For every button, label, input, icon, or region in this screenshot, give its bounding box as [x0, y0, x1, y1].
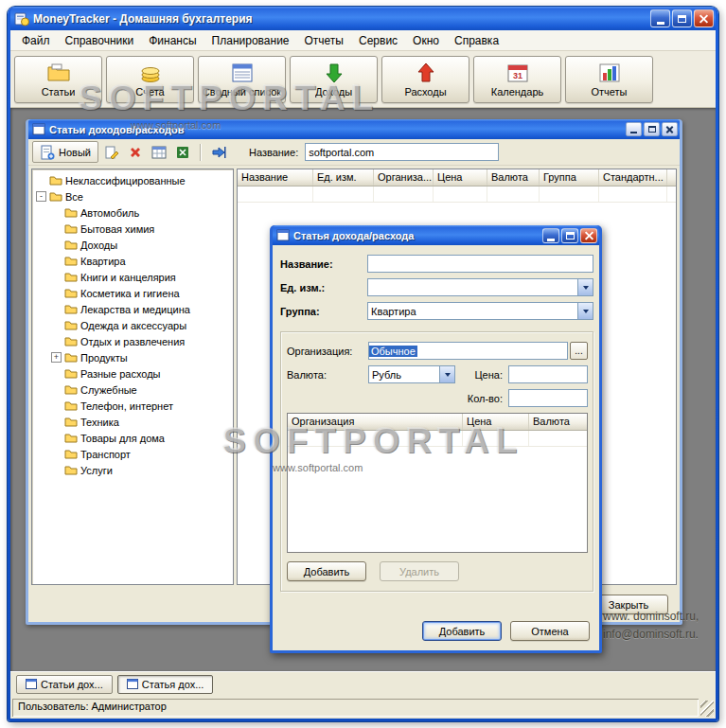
tree-item[interactable]: Автомобиль: [32, 204, 233, 221]
tree-item[interactable]: Разные расходы: [32, 365, 233, 382]
tree-item[interactable]: Техника: [32, 414, 233, 430]
dialog-titlebar[interactable]: Статья дохода/расхода: [273, 225, 599, 245]
dialog-minimize-button[interactable]: [542, 228, 559, 243]
toolbar-summary-list-button[interactable]: Сводный список: [198, 56, 286, 103]
add-organization-button[interactable]: Добавить: [287, 561, 366, 581]
column-header[interactable]: Стандартн...: [599, 169, 667, 186]
dialog-group-label: Группа:: [280, 306, 367, 317]
column-header[interactable]: Валюта: [487, 169, 540, 186]
delete-button[interactable]: [125, 142, 146, 163]
name-filter-input[interactable]: [305, 143, 499, 161]
quantity-input[interactable]: [508, 389, 588, 407]
menu-reports[interactable]: Отчеты: [297, 31, 351, 50]
tree-item[interactable]: Служебные: [32, 382, 233, 398]
close-button[interactable]: [694, 9, 714, 27]
tree-item[interactable]: Телефон, интернет: [32, 398, 233, 414]
table-cell[interactable]: [434, 186, 487, 202]
table-cell[interactable]: [313, 186, 374, 202]
menu-planning[interactable]: Планирование: [204, 31, 297, 50]
tree-item[interactable]: Бытовая химия: [32, 221, 233, 237]
tree-item[interactable]: Транспорт: [32, 446, 233, 462]
selected-row[interactable]: [238, 186, 676, 203]
child-minimize-button[interactable]: [626, 122, 642, 136]
tree-item[interactable]: Книги и канцелярия: [32, 269, 233, 285]
edit-button[interactable]: [101, 142, 122, 163]
delete-organization-button[interactable]: Удалить: [380, 561, 459, 581]
column-header[interactable]: Цена: [463, 414, 529, 430]
menu-finances[interactable]: Финансы: [141, 31, 204, 50]
organization-field[interactable]: Обычное: [368, 342, 568, 360]
column-header[interactable]: Валюта: [529, 414, 588, 430]
submit-button[interactable]: Добавить: [422, 621, 502, 641]
tree-item[interactable]: + Продукты: [32, 349, 233, 365]
table-cell[interactable]: [599, 186, 667, 202]
transfer-button[interactable]: [208, 142, 229, 163]
tree-item[interactable]: Доходы: [32, 237, 233, 253]
table-cell[interactable]: [487, 186, 540, 202]
articles-titlebar[interactable]: Статьи доходов/расходов: [28, 119, 680, 139]
organization-browse-button[interactable]: ...: [570, 342, 588, 360]
column-header[interactable]: Организация: [288, 414, 463, 430]
toolbar-calendar-button[interactable]: 31 Календарь: [473, 56, 561, 103]
column-header[interactable]: Ед. изм.: [313, 169, 374, 186]
tree-item[interactable]: Товары для дома: [32, 430, 233, 446]
menu-file[interactable]: Файл: [14, 31, 58, 50]
group-combo[interactable]: Квартира: [367, 302, 593, 320]
minimize-icon: [547, 239, 555, 241]
tree-item[interactable]: Лекарства и медицина: [32, 301, 233, 317]
resize-grip[interactable]: [700, 701, 714, 717]
table-cell[interactable]: [463, 431, 529, 446]
maximize-button[interactable]: [672, 9, 692, 27]
dialog-maximize-button[interactable]: [561, 228, 578, 243]
chevron-down-icon[interactable]: [577, 279, 593, 295]
table-cell[interactable]: [238, 186, 313, 202]
minimize-button[interactable]: [650, 9, 670, 27]
chevron-down-icon[interactable]: [577, 303, 593, 319]
main-titlebar[interactable]: MoneyTracker - Домашняя бухгалтерия: [10, 7, 716, 30]
folder-icon: [46, 62, 71, 84]
tree-item[interactable]: Услуги: [32, 462, 233, 478]
tree-item[interactable]: Квартира: [32, 253, 233, 269]
minimize-icon: [657, 22, 664, 25]
tree-item[interactable]: Одежда и аксессуары: [32, 317, 233, 333]
toolbar-expense-button[interactable]: Расходы: [381, 56, 469, 103]
column-header[interactable]: Цена: [434, 169, 487, 186]
chevron-down-icon[interactable]: [439, 366, 454, 382]
toolbar-articles-button[interactable]: Статьи: [14, 56, 102, 103]
tree-expander[interactable]: -: [36, 191, 46, 202]
selected-row[interactable]: [288, 431, 587, 447]
tab-articles-list[interactable]: Статьи дох...: [16, 675, 113, 694]
tree-expander[interactable]: +: [51, 352, 62, 363]
column-header[interactable]: Группа: [540, 169, 599, 186]
child-close-button[interactable]: [662, 122, 678, 136]
table-cell[interactable]: [374, 186, 434, 202]
table-cell[interactable]: [540, 186, 599, 202]
tree-item[interactable]: Неклассифицированные: [32, 172, 233, 188]
dialog-close-button[interactable]: [580, 228, 597, 243]
tab-article-dialog[interactable]: Статья дох...: [117, 675, 214, 694]
menu-references[interactable]: Справочники: [58, 31, 142, 50]
column-header[interactable]: Название: [238, 169, 313, 186]
export-excel-button[interactable]: [172, 142, 193, 163]
currency-combo[interactable]: Рубль: [368, 365, 455, 383]
table-view-button[interactable]: [149, 142, 169, 163]
child-restore-button[interactable]: [644, 122, 660, 136]
price-input[interactable]: [508, 365, 588, 383]
menu-window[interactable]: Окно: [405, 31, 447, 50]
table-cell[interactable]: [288, 431, 463, 446]
toolbar-income-button[interactable]: Доходы: [290, 56, 378, 103]
toolbar-reports-button[interactable]: Отчеты: [565, 56, 653, 103]
dialog-name-input[interactable]: [367, 255, 593, 273]
menu-service[interactable]: Сервис: [351, 31, 405, 50]
folder-icon: [64, 449, 78, 459]
new-button[interactable]: Новый: [32, 141, 98, 163]
menu-help[interactable]: Справка: [447, 31, 506, 50]
table-cell[interactable]: [529, 431, 588, 446]
cancel-button[interactable]: Отмена: [510, 621, 590, 641]
tree-item[interactable]: - Все: [32, 188, 233, 204]
unit-combo[interactable]: [367, 278, 593, 296]
tree-item[interactable]: Косметика и гигиена: [32, 285, 233, 301]
toolbar-accounts-button[interactable]: Счета: [106, 56, 194, 103]
tree-item[interactable]: Отдых и развлечения: [32, 333, 233, 349]
column-header[interactable]: Организа...: [374, 169, 434, 186]
